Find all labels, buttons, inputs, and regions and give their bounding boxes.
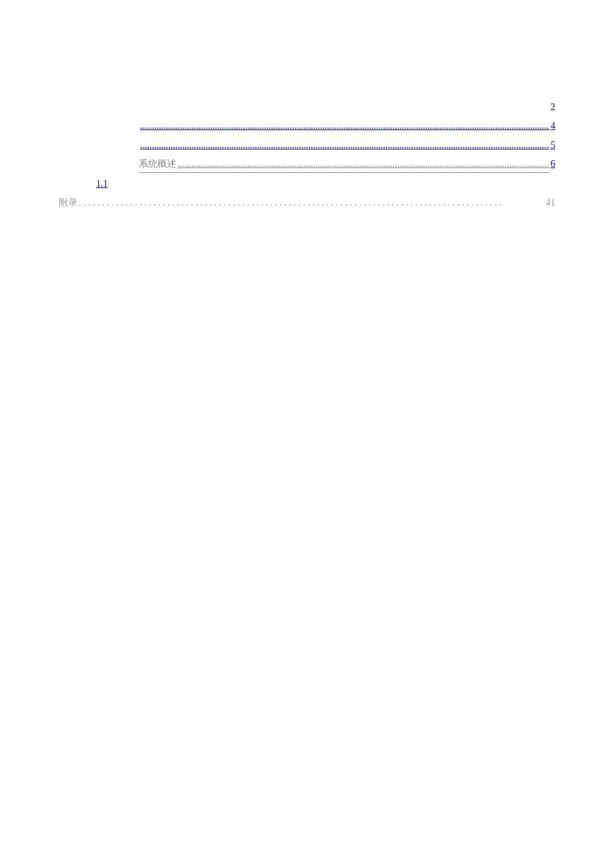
toc-entry-2: ........................................… <box>59 138 555 153</box>
toc-leader: . . . . . . . . . . . . . . . . . . . . … <box>79 195 545 210</box>
toc-page-number: 41 <box>545 195 555 210</box>
toc-page-number: 2 <box>549 100 555 115</box>
toc-entry-4: 1.1 <box>59 177 555 191</box>
toc-leader: ........................................… <box>178 157 549 172</box>
toc-leader: ........................................… <box>140 138 549 153</box>
page-body: 2.......................................… <box>0 0 614 210</box>
toc-page-number: 6 <box>549 157 555 171</box>
toc-entry-5: 附录. . . . . . . . . . . . . . . . . . . … <box>59 195 555 210</box>
toc-prefix: 1.1 <box>96 177 113 191</box>
toc-container: 2.......................................… <box>59 100 555 210</box>
toc-entry-3: 系统概述....................................… <box>59 157 555 172</box>
toc-label: 附录 <box>59 195 79 210</box>
toc-leader: ........................................… <box>140 119 549 133</box>
toc-entry-0: 2 <box>59 100 555 115</box>
toc-entry-1: ........................................… <box>59 119 555 133</box>
toc-label: 系统概述 <box>139 157 178 172</box>
toc-page-number: 4 <box>549 119 555 133</box>
toc-page-number: 5 <box>549 138 555 153</box>
